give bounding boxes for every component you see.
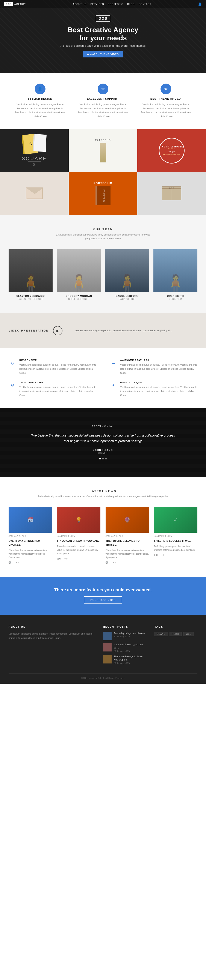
news-thumb-4: ✓ (154, 507, 197, 533)
news-comments-1: 💬 0 (9, 562, 13, 564)
news-text-4: Definitively pursue proactive solutions!… (154, 544, 197, 552)
video-title: VIDEO PRESENTATION (9, 329, 49, 332)
portfolio-label: PORTFOLIO (94, 182, 112, 185)
feature-theme-text: Vestibulum adipiscing purus ut augue. Fu… (141, 102, 191, 119)
feature-support-text: Vestibulum adipiscing purus ut augue. Fu… (78, 102, 128, 119)
footer-post-title-2[interactable]: If you can dream it, you can do it. (114, 643, 146, 649)
fi-awesome-content: AWESOME FEATURES Vestibulum adipiscing p… (120, 359, 197, 375)
portfolio-grid: S SQUARE S PATREBUS THE GRILL HOUSE TAST… (0, 129, 206, 215)
feature-support-title: EXCELLENT SUPPORT (78, 97, 128, 100)
footer-post-info-1: Every day brings new choices. 24 January… (114, 632, 146, 638)
portfolio-item-patrebus[interactable]: PATREBUS (69, 129, 137, 172)
square-label: SQUARE (22, 156, 47, 161)
feature-support: ☆ EXCELLENT SUPPORT Vestibulum adipiscin… (72, 84, 134, 119)
hero-subtitle: A group of dedicated team with a passion… (61, 44, 145, 47)
portfolio-item-square[interactable]: S SQUARE S (0, 129, 69, 172)
footer-about-text: Vestibulum adipiscing purus ut augue. Fu… (9, 632, 94, 640)
person-silhouette-4: 🧍 (165, 275, 186, 292)
feature-stylish: 👤 STYLISH DESIGN Vestibulum adipiscing p… (9, 84, 72, 119)
fi-time-title: TRUE TIME SAVES (19, 381, 97, 384)
team-member-2: 🧍 GREGORY MORGAN CHIEF DESIGNER (57, 249, 101, 300)
navbar-logo[interactable]: DOS AGENCY (4, 2, 26, 6)
fi-time-content: TRUE TIME SAVES Vestibulum adipiscing pu… (19, 381, 97, 397)
tag-brand[interactable]: BRAND (155, 632, 168, 636)
footer-about: About us Vestibulum adipiscing purus ut … (9, 625, 94, 667)
tag-web[interactable]: WEB (184, 632, 194, 636)
news-title-2[interactable]: IF YOU CAN DREAM IT, YOU CAN... (57, 539, 101, 543)
play-button[interactable]: ▶ (53, 326, 62, 336)
portfolio-item-envelope[interactable] (0, 172, 69, 215)
person-silhouette-1: 🧍 (20, 275, 42, 292)
nav-about[interactable]: ABOUT US (73, 3, 86, 5)
dot-1[interactable] (99, 458, 101, 460)
hero-logo: DOS (96, 16, 110, 22)
dot-2[interactable] (102, 458, 104, 460)
news-likes-4: ♥ 0 (161, 554, 164, 556)
news-likes-3: ♥ 1 (113, 562, 116, 564)
news-meta-4: 💬 0 ♥ 0 (154, 554, 197, 556)
team-name-2: GREGORY MORGAN (57, 295, 101, 297)
support-icon: ☆ (97, 84, 109, 94)
news-thumb-3: 🔮 (105, 507, 149, 533)
fi-responsive-text: Vestibulum adipiscing purus ut augue. Fu… (19, 363, 97, 375)
portfolio-item-portfolio[interactable]: PORTFOLIO PORTFOLIO (69, 172, 137, 215)
fi-unique-text: Vestibulum adipiscing purus ut augue. Fu… (120, 385, 197, 397)
team-name-3: CAROL LEDFORD (105, 295, 149, 297)
team-section: OUR TEAM Enthusiastically transition an … (0, 215, 206, 313)
feature-stylish-title: STYLISH DESIGN (15, 97, 65, 100)
news-article-4: ✓ JANUARY 9, 2025 FAILURE IS SUCCESS IF … (154, 507, 197, 564)
news-likes-2: ♥ 0 (64, 558, 67, 560)
video-description: Aenean commodo ligula eget dolor. Lorem … (75, 329, 197, 333)
nav-blog[interactable]: BLOG (127, 3, 135, 5)
team-role-2: CHIEF DESIGNER (57, 298, 101, 300)
portfolio-item-grill[interactable]: THE GRILL HOUSE TASTY ✂ ✂ BEST PLACE TO … (137, 129, 206, 172)
team-member-3: 🧍 CAROL LEDFORD BACK-OFFICE (105, 249, 149, 300)
news-thumb-2: 💡 (57, 507, 101, 533)
news-date-1: JANUARY 1, 2025 (9, 535, 52, 537)
footer-post-thumb-2 (103, 643, 112, 651)
feature-icons-grid: ◇ RESPONSIVE Vestibulum adipiscing purus… (9, 359, 197, 397)
package-visual: DOS (162, 186, 181, 200)
news-text-2: Phasellussalesuada commodo premium value… (57, 544, 101, 555)
footer-posts: Recent Posts Every day brings new choice… (103, 625, 146, 667)
testimonial-role: OWNER (98, 452, 107, 454)
team-name-4: OREN SMITH (153, 295, 197, 297)
bottle-shape (100, 143, 106, 162)
team-section-subtitle: Enthusiastically transition an expansive… (9, 233, 197, 241)
footer-post-title-3[interactable]: The future belongs to those who prepare. (114, 655, 146, 662)
cta-purchase-button[interactable]: PURCHASE - $59 (84, 596, 122, 604)
cta-section: There are more features you could ever w… (0, 577, 206, 615)
news-grid: 📅 JANUARY 1, 2025 EVERY DAY BRINGS NEW C… (9, 507, 197, 564)
tag-print[interactable]: PRINT (169, 632, 182, 636)
footer-tags: Tags BRAND PRINT WEB (155, 625, 197, 667)
news-comments-3: 💬 0 (105, 562, 110, 564)
news-meta-1: 💬 0 ♥ 1 (9, 562, 52, 564)
stylish-icon: 👤 (35, 84, 45, 94)
person-silhouette-2: 🧍 (68, 275, 90, 292)
hero-cta-button[interactable]: ▶ WATCH THEME VIDEO (83, 51, 123, 57)
news-date-3: JANUARY 9, 2025 (105, 535, 149, 537)
dot-3[interactable] (105, 458, 107, 460)
team-role-1: EXECUTIVE OFFICER (9, 298, 53, 300)
feature-theme: ★ BEST THEME OF 2014 Vestibulum adipisci… (134, 84, 197, 119)
news-meta-3: 💬 0 ♥ 1 (105, 562, 149, 564)
fi-responsive-content: RESPONSIVE Vestibulum adipiscing purus u… (19, 359, 97, 375)
nav-portfolio[interactable]: PORTFOLIO (108, 3, 123, 5)
fi-unique-title: PURELY UNIQUE (120, 381, 197, 384)
diamond-icon: ♦ (109, 381, 117, 389)
nav-contact[interactable]: CONTACT (139, 3, 151, 5)
footer-posts-title: Recent Posts (103, 625, 146, 628)
nav-services[interactable]: SERVICES (90, 3, 104, 5)
footer-tags-title: Tags (155, 625, 197, 628)
news-title-4[interactable]: FAILURE IS SUCCESS IF WE... (154, 539, 197, 543)
fi-unique: ♦ PURELY UNIQUE Vestibulum adipiscing pu… (109, 381, 197, 397)
feature-icons-section: ◇ RESPONSIVE Vestibulum adipiscing purus… (0, 348, 206, 408)
news-title-1[interactable]: EVERY DAY BRINGS NEW CHOICES. (9, 539, 52, 547)
news-title-3[interactable]: THE FUTURE BELONGS TO THOSE... (105, 539, 149, 547)
hero-title: Best Creative Agency for your needs (68, 26, 138, 42)
envelope-visual (26, 188, 43, 199)
portfolio-item-package[interactable]: DOS (137, 172, 206, 215)
user-icon[interactable]: 👤 (198, 2, 202, 6)
footer-post-title-1[interactable]: Every day brings new choices. (114, 632, 146, 635)
square-s: S (28, 161, 41, 167)
